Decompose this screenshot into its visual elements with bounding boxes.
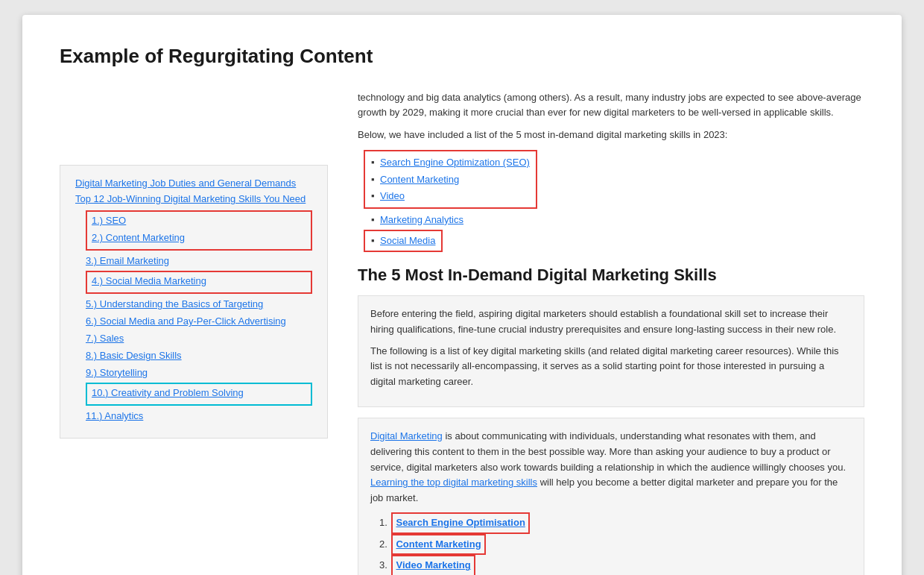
- sidebar-item-5[interactable]: 5.) Understanding the Basics of Targetin…: [86, 297, 312, 311]
- skill-num-2: 2.: [379, 538, 387, 550]
- sidebar-item-10[interactable]: 10.) Creativity and Problem Solving: [92, 386, 306, 400]
- skill-num-3: 3.: [379, 559, 387, 571]
- sidebar-red-box-1: 1.) SEO 2.) Content Marketing: [86, 210, 312, 251]
- skill-red-box-2: Content Marketing: [391, 534, 485, 556]
- left-sidebar: Digital Marketing Job Duties and General…: [60, 165, 328, 439]
- intro-list-container: Search Engine Optimization (SEO) Content…: [364, 150, 864, 251]
- digital-marketing-para: Digital Marketing is about communicating…: [370, 429, 852, 506]
- sidebar-item-11[interactable]: 11.) Analytics: [86, 409, 312, 423]
- sidebar-item-7[interactable]: 7.) Sales: [86, 331, 312, 345]
- gray-box-digital: Digital Marketing is about communicating…: [358, 418, 864, 575]
- skill-num-1: 1.: [379, 517, 387, 528]
- skill-link-3[interactable]: Video Marketing: [396, 559, 470, 571]
- sidebar-item-3[interactable]: 3.) Email Marketing: [86, 254, 312, 268]
- skill-red-box-1: Search Engine Optimisation: [391, 512, 529, 534]
- intro-list-bottom: Social Media: [371, 233, 435, 249]
- sidebar-item-4[interactable]: 4.) Social Media Marketing: [92, 274, 306, 288]
- sidebar-item-2[interactable]: 2.) Content Marketing: [92, 230, 306, 245]
- page-container: Example of Regurgitating Content Digital…: [22, 15, 902, 575]
- section-para2: The following is a list of key digital m…: [370, 344, 852, 390]
- list-intro: Below, we have included a list of the 5 …: [358, 128, 864, 142]
- sidebar-item-6[interactable]: 6.) Social Media and Pay-Per-Click Adver…: [86, 314, 312, 328]
- page-title: Example of Regurgitating Content: [60, 45, 864, 68]
- intro-list-top: Search Engine Optimization (SEO) Content…: [371, 154, 530, 204]
- skill-item-3: 3. Video Marketing: [378, 555, 852, 575]
- list-item-social[interactable]: Social Media: [371, 233, 435, 249]
- skill-red-box-3: Video Marketing: [391, 555, 475, 575]
- sidebar-red-box-2: 4.) Social Media Marketing: [86, 271, 312, 294]
- list-item-content[interactable]: Content Marketing: [371, 172, 530, 188]
- sidebar-item-8[interactable]: 8.) Basic Design Skills: [86, 348, 312, 362]
- sidebar-item-9[interactable]: 9.) Storytelling: [86, 365, 312, 380]
- skill-item-2: 2. Content Marketing: [378, 534, 852, 556]
- intro-list-red-box-top: Search Engine Optimization (SEO) Content…: [364, 150, 537, 208]
- learning-link[interactable]: Learning the top digital marketing skill…: [370, 477, 537, 488]
- skills-list: 1. Search Engine Optimisation 2. Content…: [378, 512, 852, 575]
- list-item-seo[interactable]: Search Engine Optimization (SEO): [371, 154, 530, 171]
- sidebar-link-1[interactable]: Digital Marketing Job Duties and General…: [75, 177, 312, 189]
- intro-list-red-box-bottom: Social Media: [364, 230, 443, 252]
- section-heading: The 5 Most In-Demand Digital Marketing S…: [358, 263, 864, 288]
- skill-link-2[interactable]: Content Marketing: [396, 538, 481, 550]
- sidebar-item-1[interactable]: 1.) SEO: [92, 213, 306, 227]
- section-para1: Before entering the field, aspiring digi…: [370, 307, 852, 338]
- skill-item-1: 1. Search Engine Optimisation: [378, 512, 852, 534]
- sidebar-cyan-box: 10.) Creativity and Problem Solving: [86, 383, 312, 406]
- intro-list-middle: Marketing Analytics: [371, 212, 864, 228]
- skill-link-1[interactable]: Search Engine Optimisation: [396, 517, 525, 528]
- right-content: technology and big data analytics (among…: [358, 90, 864, 575]
- content-layout: Digital Marketing Job Duties and General…: [60, 90, 864, 575]
- intro-para: technology and big data analytics (among…: [358, 90, 864, 120]
- digital-marketing-link[interactable]: Digital Marketing: [370, 430, 443, 442]
- list-item-video[interactable]: Video: [371, 188, 530, 204]
- sidebar-sub-items: 1.) SEO 2.) Content Marketing 3.) Email …: [86, 210, 312, 423]
- gray-box-description: Before entering the field, aspiring digi…: [358, 295, 864, 407]
- list-item-analytics[interactable]: Marketing Analytics: [371, 212, 864, 228]
- sidebar-link-2[interactable]: Top 12 Job-Winning Digital Marketing Ski…: [75, 193, 312, 204]
